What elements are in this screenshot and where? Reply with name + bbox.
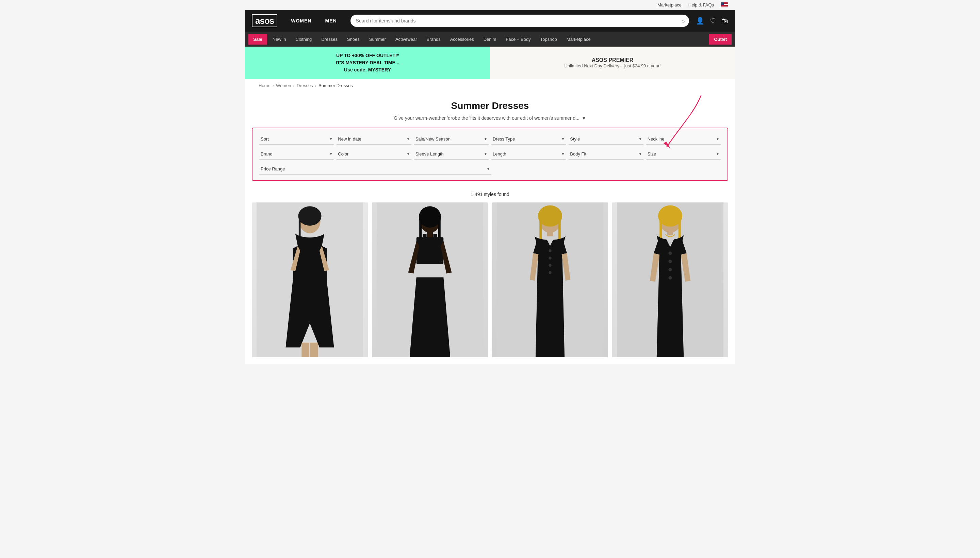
sale-nav-item[interactable]: Sale (248, 34, 267, 44)
filter-row-2: Brand ▼ Color ▼ Sleeve Length ▼ Length ▼… (259, 149, 721, 159)
promo-outlet-line2: IT'S MYSTERY-DEAL TIME... (252, 59, 483, 66)
filter-dress-type[interactable]: Dress Type ▼ (491, 134, 566, 144)
product-image (372, 202, 488, 357)
svg-point-26 (548, 271, 552, 274)
title-section: Summer Dresses Give your warm-weather 'd… (252, 92, 728, 128)
svg-point-36 (669, 276, 672, 280)
promo-outlet-banner[interactable]: UP TO +30% OFF OUTLET!* IT'S MYSTERY-DEA… (245, 47, 490, 79)
description-toggle[interactable]: ▼ (581, 115, 586, 121)
promo-premier-banner[interactable]: ASOS PREMIER Unlimited Next Day Delivery… (490, 47, 735, 79)
breadcrumb-home[interactable]: Home (259, 83, 271, 88)
filter-new-in-date-label: New in date (338, 136, 361, 141)
product-image (252, 202, 368, 357)
filter-length[interactable]: Length ▼ (491, 149, 566, 159)
filter-neckline-label: Neckline (648, 136, 665, 141)
breadcrumb-sep-2: › (293, 83, 295, 88)
filter-sleeve-length[interactable]: Sleeve Length ▼ (414, 149, 489, 159)
model-figure (252, 202, 368, 357)
svg-point-9 (419, 206, 441, 228)
chevron-down-icon: ▼ (407, 152, 410, 156)
svg-rect-21 (558, 215, 561, 239)
filter-container: Sort ▼ New in date ▼ Sale/New Season ▼ D… (252, 128, 728, 181)
nav-topshop[interactable]: Topshop (536, 35, 561, 44)
filter-sale-new-season[interactable]: Sale/New Season ▼ (414, 134, 489, 144)
nav-marketplace[interactable]: Marketplace (563, 35, 595, 44)
filter-body-fit[interactable]: Body Fit ▼ (569, 149, 643, 159)
nav-men[interactable]: MEN (318, 15, 343, 26)
svg-rect-20 (539, 215, 542, 239)
breadcrumb-dresses[interactable]: Dresses (297, 83, 313, 88)
help-faqs-link[interactable]: Help & FAQs (688, 2, 714, 8)
product-card[interactable] (252, 202, 368, 357)
svg-point-23 (548, 249, 552, 253)
nav-new-in[interactable]: New in (269, 35, 290, 44)
filter-sale-new-season-label: Sale/New Season (415, 136, 451, 141)
filter-new-in-date[interactable]: New in date ▼ (337, 134, 411, 144)
nav-face-body[interactable]: Face + Body (502, 35, 535, 44)
outlet-nav-item[interactable]: Outlet (709, 34, 732, 44)
search-input[interactable] (350, 15, 689, 27)
filter-row-1: Sort ▼ New in date ▼ Sale/New Season ▼ D… (259, 134, 721, 144)
product-card[interactable] (612, 202, 728, 357)
gender-nav: WOMEN MEN (284, 15, 343, 26)
marketplace-link[interactable]: Marketplace (657, 2, 681, 8)
svg-point-24 (548, 256, 552, 259)
model-figure (612, 202, 728, 357)
svg-rect-13 (417, 237, 444, 264)
filter-sort-label: Sort (261, 136, 269, 141)
nav-summer[interactable]: Summer (365, 35, 390, 44)
account-icon: 👤 (696, 17, 704, 25)
model-figure (372, 202, 488, 357)
filter-dress-type-label: Dress Type (493, 136, 515, 141)
filter-brand[interactable]: Brand ▼ (259, 149, 334, 159)
filter-neckline[interactable]: Neckline ▼ (646, 134, 721, 144)
filter-color[interactable]: Color ▼ (337, 149, 411, 159)
flag-icon[interactable] (721, 2, 728, 8)
bag-button[interactable]: 🛍 (721, 17, 728, 25)
chevron-down-icon: ▼ (716, 137, 719, 141)
chevron-down-icon: ▼ (561, 152, 565, 156)
nav-clothing[interactable]: Clothing (292, 35, 316, 44)
nav-women[interactable]: WOMEN (284, 15, 318, 26)
filter-color-label: Color (338, 151, 348, 156)
nav-dresses[interactable]: Dresses (317, 35, 341, 44)
filter-body-fit-label: Body Fit (570, 151, 586, 156)
svg-rect-12 (427, 230, 433, 238)
product-card[interactable] (372, 202, 488, 357)
filter-row-3: Price Range ▼ (259, 164, 721, 174)
chevron-down-icon: ▼ (484, 137, 487, 141)
promo-premier-title: ASOS PREMIER (564, 57, 660, 63)
chevron-down-icon: ▼ (716, 152, 719, 156)
main-header: asos WOMEN MEN ⌕ 👤 ♡ 🛍 (245, 10, 735, 32)
filter-price-range-label: Price Range (261, 166, 285, 171)
product-image (492, 202, 608, 357)
svg-point-25 (548, 264, 552, 267)
asos-logo[interactable]: asos (252, 14, 277, 27)
nav-activewear[interactable]: Activewear (391, 35, 421, 44)
nav-shoes[interactable]: Shoes (343, 35, 364, 44)
svg-point-35 (669, 268, 672, 271)
utility-bar: Marketplace Help & FAQs (245, 0, 735, 10)
search-container: ⌕ (350, 15, 689, 27)
filter-brand-label: Brand (261, 151, 272, 156)
nav-accessories[interactable]: Accessories (446, 35, 478, 44)
chevron-down-icon: ▼ (639, 152, 642, 156)
svg-rect-4 (299, 217, 301, 236)
account-button[interactable]: 👤 (696, 17, 704, 25)
filter-price-range[interactable]: Price Range ▼ (259, 164, 491, 174)
bag-icon: 🛍 (721, 17, 728, 25)
nav-denim[interactable]: Denim (479, 35, 501, 44)
breadcrumb-women[interactable]: Women (276, 83, 291, 88)
wishlist-button[interactable]: ♡ (710, 17, 716, 25)
nav-brands[interactable]: Brands (422, 35, 445, 44)
filter-style[interactable]: Style ▼ (569, 134, 643, 144)
chevron-down-icon: ▼ (487, 167, 490, 171)
filter-style-label: Style (570, 136, 580, 141)
search-button[interactable]: ⌕ (681, 18, 685, 24)
promo-banners: UP TO +30% OFF OUTLET!* IT'S MYSTERY-DEA… (245, 47, 735, 79)
filter-size[interactable]: Size ▼ (646, 149, 721, 159)
filter-sort[interactable]: Sort ▼ (259, 134, 334, 144)
product-card[interactable] (492, 202, 608, 357)
page-content: Home › Women › Dresses › Summer Dresses … (245, 79, 735, 364)
page-description: Give your warm-weather 'drobe the 'fits … (252, 115, 728, 128)
